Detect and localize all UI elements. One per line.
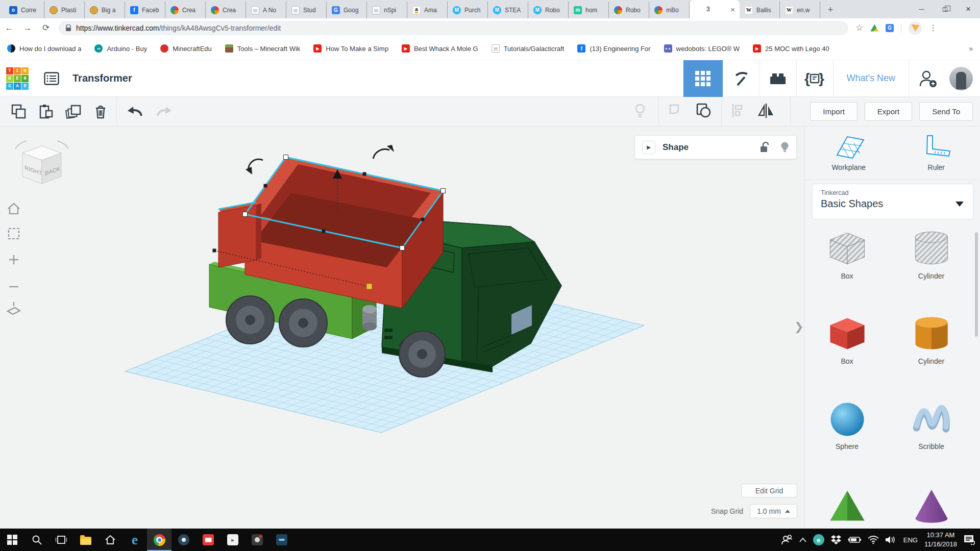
volume-icon[interactable] (886, 536, 897, 544)
paste-button[interactable] (39, 104, 53, 119)
shape-library-item-cone-purple[interactable] (889, 479, 973, 529)
tinkercad-logo[interactable]: TINKERCAD (6, 67, 29, 90)
browser-tab[interactable]: Purch (448, 2, 488, 18)
truck-coupler-cylinder[interactable] (362, 305, 377, 331)
shape-library-dropdown[interactable]: Tinkercad Basic Shapes (812, 184, 973, 219)
minecraft-export-button[interactable] (723, 60, 760, 97)
whats-new-link[interactable]: What's New (833, 60, 909, 97)
hide-lightbulb-icon[interactable] (780, 141, 789, 154)
shape-library-item-box-red[interactable]: Box (805, 309, 889, 394)
taskbar-app-blue2-icon[interactable] (270, 529, 294, 551)
taskbar-edge-icon[interactable]: e (122, 529, 147, 551)
language-indicator[interactable]: ENG (903, 536, 918, 544)
browser-tab[interactable]: en.w (780, 2, 820, 18)
invite-button[interactable] (909, 60, 946, 97)
browser-tab[interactable]: Robo (609, 2, 649, 18)
sidebar-scrollbar[interactable] (975, 232, 978, 337)
taskbar-app-dark-icon[interactable] (245, 529, 270, 551)
minimize-button[interactable] (910, 0, 933, 18)
reload-icon[interactable]: ⟳ (37, 22, 55, 33)
browser-tab[interactable]: Crea (206, 2, 246, 18)
user-avatar[interactable] (949, 67, 973, 90)
dropbox-tray-icon[interactable] (831, 535, 841, 544)
edit-grid-button[interactable]: Edit Grid (741, 484, 797, 497)
codeblocks-button[interactable]: {} (796, 60, 833, 97)
bookmark-item[interactable]: MinecraftEdu (160, 44, 212, 53)
shape-library-item-prism-green[interactable] (805, 479, 889, 529)
browser-tab[interactable]: Ballis (740, 2, 780, 18)
taskbar-file-explorer-icon[interactable] (74, 529, 98, 551)
browser-tab[interactable]: Goog (327, 2, 367, 18)
browser-tab[interactable]: Faceb (125, 2, 165, 18)
back-icon[interactable]: ← (0, 23, 18, 33)
browser-tab[interactable]: Stud (286, 2, 327, 18)
forward-icon[interactable]: → (18, 23, 37, 33)
brick-export-button[interactable] (760, 60, 796, 97)
browser-tab[interactable]: mBo (649, 2, 690, 18)
bookmark-item[interactable]: (13) Engineering For (577, 44, 650, 53)
send-to-button[interactable]: Send To (919, 102, 973, 121)
close-tab-icon[interactable]: × (729, 5, 737, 14)
shape-library-item-scribble[interactable]: Scribble (889, 394, 973, 479)
translate-extension-icon[interactable]: G (886, 24, 894, 32)
bookmark-item[interactable]: 25 MOC with Lego 40 (753, 44, 829, 53)
delete-button[interactable] (94, 104, 107, 119)
browser-tab[interactable]: Robo (528, 2, 569, 18)
workplane-view-button[interactable] (8, 302, 20, 314)
taskbar-clock[interactable]: 10:37 AM 11/16/2018 (924, 531, 957, 548)
taskbar-task-view-icon[interactable] (49, 529, 74, 551)
people-icon[interactable] (781, 535, 793, 545)
url-input[interactable]: https://www.tinkercad.com/things/kA48Aws… (58, 21, 848, 35)
browser-tab[interactable]: STEA (488, 2, 528, 18)
shape-library-item-cylinder-striped[interactable]: Cylinder (889, 223, 973, 309)
redo-button[interactable] (156, 105, 173, 119)
workplane-tool[interactable]: Workplane (831, 134, 867, 171)
import-button[interactable]: Import (810, 102, 857, 121)
new-tab-button[interactable]: + (823, 3, 838, 17)
bookmark-item[interactable]: Arduino - Buy (94, 44, 147, 53)
shape-library-item-sphere-blue[interactable]: Sphere (805, 394, 889, 479)
taskbar-app-white-icon[interactable] (220, 529, 245, 551)
browser-tab[interactable]: Corre (4, 2, 44, 18)
mirror-button[interactable] (757, 103, 775, 118)
duplicate-button[interactable] (65, 104, 82, 119)
browser-tab[interactable]: nSpi (367, 2, 407, 18)
zoom-in-button[interactable] (9, 255, 18, 264)
blocks-view-button[interactable] (683, 60, 723, 97)
taskbar-chrome-icon[interactable] (147, 529, 172, 551)
show-hidden-icons-chevron[interactable] (799, 538, 806, 542)
bookmark-item[interactable]: Best Whack A Mole G (402, 44, 478, 53)
browser-tab[interactable]: Crea (165, 2, 206, 18)
design-menu-icon[interactable] (44, 72, 59, 85)
action-center-icon[interactable] (964, 535, 975, 545)
browser-tab[interactable]: hom (569, 2, 609, 18)
collapse-inspector-button[interactable]: ▶ (642, 141, 655, 154)
show-all-button[interactable] (634, 103, 646, 118)
bookmark-item[interactable]: wedobots: LEGO® W (664, 44, 740, 53)
scene-3d[interactable]: RIGHT BACK (0, 127, 804, 529)
unlock-icon[interactable] (760, 141, 770, 154)
drive-extension-icon[interactable] (870, 24, 878, 32)
browser-tab[interactable]: Plasti (44, 2, 85, 18)
eset-tray-icon[interactable] (813, 534, 824, 545)
bookmark-item[interactable]: Tutorials/Galacticraft (492, 44, 565, 53)
taskbar-mail-icon[interactable] (196, 529, 220, 551)
bookmark-star-icon[interactable]: ☆ (855, 22, 863, 33)
taskbar-app-blue-icon[interactable] (172, 529, 196, 551)
browser-profile-avatar[interactable] (909, 21, 922, 35)
browser-tab[interactable]: A No (246, 2, 286, 18)
export-button[interactable]: Export (865, 102, 912, 121)
restore-button[interactable] (933, 0, 957, 18)
bookmark-item[interactable]: How do I download a (7, 44, 81, 53)
undo-button[interactable] (126, 105, 143, 119)
ungroup-button[interactable] (696, 103, 712, 119)
close-window-button[interactable]: × (957, 0, 980, 18)
copy-button[interactable] (11, 104, 27, 119)
bookmarks-overflow-chevron[interactable]: » (969, 44, 973, 53)
snap-grid-select[interactable]: 1.0 mm (750, 504, 797, 518)
bookmark-item[interactable]: Tools – Minecraft Wik (225, 44, 301, 53)
taskbar-home-app-icon[interactable] (98, 529, 122, 551)
wifi-icon[interactable] (868, 536, 879, 544)
shape-library-item-cylinder-orange[interactable]: Cylinder (889, 309, 973, 394)
bookmark-item[interactable]: How To Make a Simp (313, 44, 388, 53)
